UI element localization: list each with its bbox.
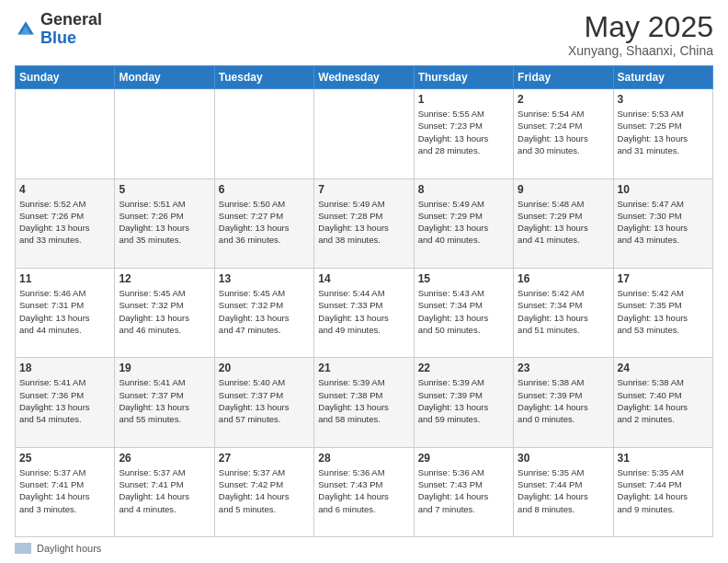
calendar-cell: 1Sunrise: 5:55 AM Sunset: 7:23 PM Daylig… <box>414 89 513 178</box>
calendar-cell: 13Sunrise: 5:45 AM Sunset: 7:32 PM Dayli… <box>214 268 313 357</box>
day-number: 9 <box>518 183 609 196</box>
daylight-legend-label: Daylight hours <box>37 543 101 554</box>
day-number: 22 <box>418 362 509 374</box>
day-info: Sunrise: 5:48 AM Sunset: 7:29 PM Dayligh… <box>518 198 609 247</box>
calendar-cell <box>214 89 313 178</box>
day-info: Sunrise: 5:43 AM Sunset: 7:34 PM Dayligh… <box>418 287 509 336</box>
day-info: Sunrise: 5:52 AM Sunset: 7:26 PM Dayligh… <box>19 198 110 247</box>
day-info: Sunrise: 5:35 AM Sunset: 7:44 PM Dayligh… <box>518 466 609 515</box>
day-number: 27 <box>219 452 310 465</box>
footer: Daylight hours <box>15 543 713 554</box>
calendar-cell: 25Sunrise: 5:37 AM Sunset: 7:41 PM Dayli… <box>16 447 115 536</box>
calendar-header-thursday: Thursday <box>414 66 513 89</box>
calendar-week-row: 18Sunrise: 5:41 AM Sunset: 7:36 PM Dayli… <box>16 358 713 447</box>
title-block: May 2025 Xunyang, Shaanxi, China <box>568 11 713 58</box>
day-number: 28 <box>318 452 409 465</box>
calendar-cell: 22Sunrise: 5:39 AM Sunset: 7:39 PM Dayli… <box>414 358 513 447</box>
calendar-cell: 9Sunrise: 5:48 AM Sunset: 7:29 PM Daylig… <box>514 178 613 268</box>
calendar-header-friday: Friday <box>514 66 613 89</box>
day-info: Sunrise: 5:55 AM Sunset: 7:23 PM Dayligh… <box>418 108 509 156</box>
day-info: Sunrise: 5:42 AM Sunset: 7:34 PM Dayligh… <box>518 287 609 336</box>
day-info: Sunrise: 5:39 AM Sunset: 7:38 PM Dayligh… <box>318 376 409 425</box>
day-info: Sunrise: 5:50 AM Sunset: 7:27 PM Dayligh… <box>219 198 310 247</box>
day-number: 20 <box>219 362 310 374</box>
calendar-header-row: SundayMondayTuesdayWednesdayThursdayFrid… <box>16 66 713 89</box>
day-info: Sunrise: 5:51 AM Sunset: 7:26 PM Dayligh… <box>119 198 210 247</box>
calendar-cell: 10Sunrise: 5:47 AM Sunset: 7:30 PM Dayli… <box>613 178 712 268</box>
day-number: 11 <box>19 272 110 285</box>
calendar-cell <box>314 89 414 178</box>
day-info: Sunrise: 5:40 AM Sunset: 7:37 PM Dayligh… <box>219 376 310 425</box>
day-info: Sunrise: 5:42 AM Sunset: 7:35 PM Dayligh… <box>618 287 709 336</box>
calendar-cell: 27Sunrise: 5:37 AM Sunset: 7:42 PM Dayli… <box>214 447 313 536</box>
calendar: SundayMondayTuesdayWednesdayThursdayFrid… <box>15 65 713 537</box>
day-info: Sunrise: 5:37 AM Sunset: 7:42 PM Dayligh… <box>219 466 310 515</box>
calendar-cell: 16Sunrise: 5:42 AM Sunset: 7:34 PM Dayli… <box>514 268 613 357</box>
day-number: 31 <box>618 452 709 465</box>
day-info: Sunrise: 5:47 AM Sunset: 7:30 PM Dayligh… <box>618 198 709 247</box>
logo: General Blue <box>15 11 102 48</box>
calendar-cell <box>115 89 214 178</box>
calendar-cell: 15Sunrise: 5:43 AM Sunset: 7:34 PM Dayli… <box>414 268 513 357</box>
header: General Blue May 2025 Xunyang, Shaanxi, … <box>15 11 713 58</box>
calendar-cell: 18Sunrise: 5:41 AM Sunset: 7:36 PM Dayli… <box>16 358 115 447</box>
daylight-legend-box <box>15 543 31 554</box>
calendar-cell: 24Sunrise: 5:38 AM Sunset: 7:40 PM Dayli… <box>613 358 712 447</box>
calendar-cell: 29Sunrise: 5:36 AM Sunset: 7:43 PM Dayli… <box>414 447 513 536</box>
calendar-header-tuesday: Tuesday <box>214 66 313 89</box>
calendar-cell: 5Sunrise: 5:51 AM Sunset: 7:26 PM Daylig… <box>115 178 214 268</box>
calendar-cell: 2Sunrise: 5:54 AM Sunset: 7:24 PM Daylig… <box>514 89 613 178</box>
day-info: Sunrise: 5:41 AM Sunset: 7:36 PM Dayligh… <box>19 376 110 425</box>
calendar-week-row: 25Sunrise: 5:37 AM Sunset: 7:41 PM Dayli… <box>16 447 713 536</box>
calendar-cell: 20Sunrise: 5:40 AM Sunset: 7:37 PM Dayli… <box>214 358 313 447</box>
calendar-cell <box>16 89 115 178</box>
day-info: Sunrise: 5:37 AM Sunset: 7:41 PM Dayligh… <box>119 466 210 515</box>
logo-icon <box>15 18 37 40</box>
day-info: Sunrise: 5:41 AM Sunset: 7:37 PM Dayligh… <box>119 376 210 425</box>
day-info: Sunrise: 5:45 AM Sunset: 7:32 PM Dayligh… <box>219 287 310 336</box>
day-info: Sunrise: 5:44 AM Sunset: 7:33 PM Dayligh… <box>318 287 409 336</box>
day-info: Sunrise: 5:35 AM Sunset: 7:44 PM Dayligh… <box>618 466 709 515</box>
day-number: 1 <box>418 93 509 106</box>
calendar-cell: 31Sunrise: 5:35 AM Sunset: 7:44 PM Dayli… <box>613 447 712 536</box>
day-number: 25 <box>19 452 110 465</box>
day-number: 3 <box>618 93 709 106</box>
calendar-cell: 7Sunrise: 5:49 AM Sunset: 7:28 PM Daylig… <box>314 178 414 268</box>
day-info: Sunrise: 5:46 AM Sunset: 7:31 PM Dayligh… <box>19 287 110 336</box>
day-number: 5 <box>119 183 210 196</box>
calendar-cell: 12Sunrise: 5:45 AM Sunset: 7:32 PM Dayli… <box>115 268 214 357</box>
day-number: 13 <box>219 272 310 285</box>
day-number: 12 <box>119 272 210 285</box>
calendar-week-row: 4Sunrise: 5:52 AM Sunset: 7:26 PM Daylig… <box>16 178 713 268</box>
day-info: Sunrise: 5:49 AM Sunset: 7:29 PM Dayligh… <box>418 198 509 247</box>
day-info: Sunrise: 5:54 AM Sunset: 7:24 PM Dayligh… <box>518 108 609 156</box>
calendar-cell: 23Sunrise: 5:38 AM Sunset: 7:39 PM Dayli… <box>514 358 613 447</box>
calendar-cell: 11Sunrise: 5:46 AM Sunset: 7:31 PM Dayli… <box>16 268 115 357</box>
day-number: 7 <box>318 183 409 196</box>
day-number: 2 <box>518 93 609 106</box>
day-number: 23 <box>518 362 609 374</box>
calendar-cell: 17Sunrise: 5:42 AM Sunset: 7:35 PM Dayli… <box>613 268 712 357</box>
day-number: 14 <box>318 272 409 285</box>
day-number: 30 <box>518 452 609 465</box>
calendar-cell: 19Sunrise: 5:41 AM Sunset: 7:37 PM Dayli… <box>115 358 214 447</box>
calendar-cell: 6Sunrise: 5:50 AM Sunset: 7:27 PM Daylig… <box>214 178 313 268</box>
day-number: 10 <box>618 183 709 196</box>
calendar-week-row: 11Sunrise: 5:46 AM Sunset: 7:31 PM Dayli… <box>16 268 713 357</box>
day-number: 8 <box>418 183 509 196</box>
day-info: Sunrise: 5:49 AM Sunset: 7:28 PM Dayligh… <box>318 198 409 247</box>
day-info: Sunrise: 5:39 AM Sunset: 7:39 PM Dayligh… <box>418 376 509 425</box>
day-info: Sunrise: 5:38 AM Sunset: 7:39 PM Dayligh… <box>518 376 609 425</box>
calendar-cell: 14Sunrise: 5:44 AM Sunset: 7:33 PM Dayli… <box>314 268 414 357</box>
calendar-cell: 26Sunrise: 5:37 AM Sunset: 7:41 PM Dayli… <box>115 447 214 536</box>
calendar-header-monday: Monday <box>115 66 214 89</box>
day-info: Sunrise: 5:37 AM Sunset: 7:41 PM Dayligh… <box>19 466 110 515</box>
day-info: Sunrise: 5:36 AM Sunset: 7:43 PM Dayligh… <box>418 466 509 515</box>
day-number: 24 <box>618 362 709 374</box>
day-number: 15 <box>418 272 509 285</box>
calendar-cell: 3Sunrise: 5:53 AM Sunset: 7:25 PM Daylig… <box>613 89 712 178</box>
calendar-week-row: 1Sunrise: 5:55 AM Sunset: 7:23 PM Daylig… <box>16 89 713 178</box>
calendar-cell: 8Sunrise: 5:49 AM Sunset: 7:29 PM Daylig… <box>414 178 513 268</box>
location: Xunyang, Shaanxi, China <box>568 43 713 58</box>
day-info: Sunrise: 5:36 AM Sunset: 7:43 PM Dayligh… <box>318 466 409 515</box>
